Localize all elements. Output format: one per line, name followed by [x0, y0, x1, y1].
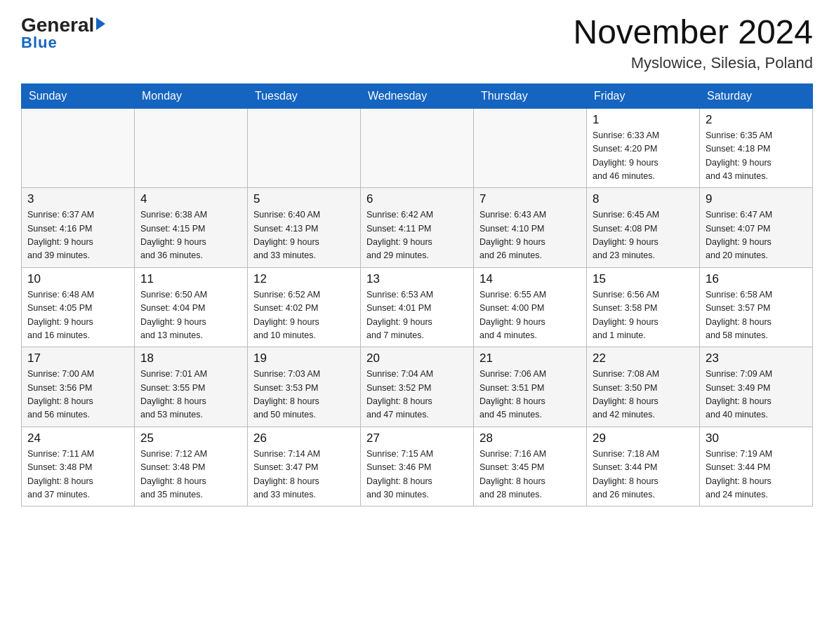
- day-info: Sunrise: 6:40 AM Sunset: 4:13 PM Dayligh…: [253, 208, 355, 263]
- day-number: 2: [706, 113, 807, 127]
- day-number: 22: [593, 351, 694, 365]
- calendar-cell: 22Sunrise: 7:08 AM Sunset: 3:50 PM Dayli…: [587, 347, 700, 427]
- title-area: November 2024 Myslowice, Silesia, Poland: [573, 14, 813, 72]
- day-info: Sunrise: 7:08 AM Sunset: 3:50 PM Dayligh…: [593, 368, 694, 422]
- calendar-cell: 4Sunrise: 6:38 AM Sunset: 4:15 PM Daylig…: [135, 188, 248, 268]
- day-info: Sunrise: 6:50 AM Sunset: 4:04 PM Dayligh…: [140, 288, 241, 343]
- calendar-cell: [135, 108, 248, 188]
- day-number: 12: [253, 272, 355, 286]
- calendar-cell: 18Sunrise: 7:01 AM Sunset: 3:55 PM Dayli…: [135, 347, 248, 427]
- header-day-tuesday: Tuesday: [248, 83, 361, 108]
- day-info: Sunrise: 7:06 AM Sunset: 3:51 PM Dayligh…: [479, 368, 581, 422]
- week-row-1: 1Sunrise: 6:33 AM Sunset: 4:20 PM Daylig…: [22, 108, 813, 188]
- day-info: Sunrise: 6:47 AM Sunset: 4:07 PM Dayligh…: [706, 208, 807, 263]
- calendar-subtitle: Myslowice, Silesia, Poland: [573, 54, 813, 72]
- day-info: Sunrise: 7:16 AM Sunset: 3:45 PM Dayligh…: [479, 448, 581, 502]
- day-number: 14: [479, 272, 581, 286]
- calendar-cell: 20Sunrise: 7:04 AM Sunset: 3:52 PM Dayli…: [361, 347, 474, 427]
- day-info: Sunrise: 6:56 AM Sunset: 3:58 PM Dayligh…: [593, 288, 694, 343]
- day-number: 24: [27, 431, 128, 445]
- day-number: 19: [253, 351, 355, 365]
- day-info: Sunrise: 7:18 AM Sunset: 3:44 PM Dayligh…: [593, 448, 694, 502]
- calendar-cell: 26Sunrise: 7:14 AM Sunset: 3:47 PM Dayli…: [248, 427, 361, 507]
- day-number: 13: [366, 272, 468, 286]
- day-info: Sunrise: 7:19 AM Sunset: 3:44 PM Dayligh…: [706, 448, 807, 502]
- day-info: Sunrise: 7:12 AM Sunset: 3:48 PM Dayligh…: [140, 448, 241, 502]
- calendar-header-row: SundayMondayTuesdayWednesdayThursdayFrid…: [22, 83, 813, 108]
- header-day-thursday: Thursday: [474, 83, 587, 108]
- day-info: Sunrise: 7:15 AM Sunset: 3:46 PM Dayligh…: [366, 448, 468, 502]
- day-number: 15: [593, 272, 694, 286]
- day-info: Sunrise: 6:43 AM Sunset: 4:10 PM Dayligh…: [479, 208, 581, 263]
- day-number: 25: [140, 431, 241, 445]
- logo-blue-text: Blue: [21, 34, 58, 52]
- day-number: 3: [27, 192, 128, 206]
- header-day-sunday: Sunday: [22, 83, 135, 108]
- day-number: 17: [27, 351, 128, 365]
- calendar-cell: 5Sunrise: 6:40 AM Sunset: 4:13 PM Daylig…: [248, 188, 361, 268]
- calendar-cell: 29Sunrise: 7:18 AM Sunset: 3:44 PM Dayli…: [587, 427, 700, 507]
- logo-triangle-icon: [96, 18, 105, 30]
- header-day-friday: Friday: [587, 83, 700, 108]
- calendar-cell: 15Sunrise: 6:56 AM Sunset: 3:58 PM Dayli…: [587, 267, 700, 347]
- day-info: Sunrise: 7:03 AM Sunset: 3:53 PM Dayligh…: [253, 368, 355, 422]
- calendar-cell: 23Sunrise: 7:09 AM Sunset: 3:49 PM Dayli…: [700, 347, 813, 427]
- day-info: Sunrise: 7:14 AM Sunset: 3:47 PM Dayligh…: [253, 448, 355, 502]
- calendar-cell: 6Sunrise: 6:42 AM Sunset: 4:11 PM Daylig…: [361, 188, 474, 268]
- day-info: Sunrise: 7:00 AM Sunset: 3:56 PM Dayligh…: [27, 368, 128, 422]
- calendar-cell: 2Sunrise: 6:35 AM Sunset: 4:18 PM Daylig…: [700, 108, 813, 188]
- calendar-cell: [474, 108, 587, 188]
- day-number: 26: [253, 431, 355, 445]
- calendar-cell: 24Sunrise: 7:11 AM Sunset: 3:48 PM Dayli…: [22, 427, 135, 507]
- calendar-cell: 30Sunrise: 7:19 AM Sunset: 3:44 PM Dayli…: [700, 427, 813, 507]
- calendar-cell: [361, 108, 474, 188]
- day-number: 23: [706, 351, 807, 365]
- calendar-cell: 11Sunrise: 6:50 AM Sunset: 4:04 PM Dayli…: [135, 267, 248, 347]
- day-info: Sunrise: 6:37 AM Sunset: 4:16 PM Dayligh…: [27, 208, 128, 263]
- calendar-cell: 8Sunrise: 6:45 AM Sunset: 4:08 PM Daylig…: [587, 188, 700, 268]
- day-info: Sunrise: 7:11 AM Sunset: 3:48 PM Dayligh…: [27, 448, 128, 502]
- calendar-cell: 21Sunrise: 7:06 AM Sunset: 3:51 PM Dayli…: [474, 347, 587, 427]
- day-number: 20: [366, 351, 468, 365]
- day-number: 29: [593, 431, 694, 445]
- day-number: 16: [706, 272, 807, 286]
- header-day-saturday: Saturday: [700, 83, 813, 108]
- day-number: 27: [366, 431, 468, 445]
- day-info: Sunrise: 7:01 AM Sunset: 3:55 PM Dayligh…: [140, 368, 241, 422]
- header-day-wednesday: Wednesday: [361, 83, 474, 108]
- header: General Blue November 2024 Myslowice, Si…: [21, 14, 813, 72]
- day-number: 11: [140, 272, 241, 286]
- calendar-title: November 2024: [573, 14, 813, 51]
- week-row-3: 10Sunrise: 6:48 AM Sunset: 4:05 PM Dayli…: [22, 267, 813, 347]
- day-info: Sunrise: 6:45 AM Sunset: 4:08 PM Dayligh…: [593, 208, 694, 263]
- calendar-table: SundayMondayTuesdayWednesdayThursdayFrid…: [21, 83, 813, 507]
- day-info: Sunrise: 6:55 AM Sunset: 4:00 PM Dayligh…: [479, 288, 581, 343]
- calendar-cell: 14Sunrise: 6:55 AM Sunset: 4:00 PM Dayli…: [474, 267, 587, 347]
- calendar-cell: 7Sunrise: 6:43 AM Sunset: 4:10 PM Daylig…: [474, 188, 587, 268]
- header-day-monday: Monday: [135, 83, 248, 108]
- day-number: 18: [140, 351, 241, 365]
- logo: General Blue: [21, 14, 105, 52]
- calendar-cell: [22, 108, 135, 188]
- day-info: Sunrise: 6:42 AM Sunset: 4:11 PM Dayligh…: [366, 208, 468, 263]
- day-number: 6: [366, 192, 468, 206]
- day-number: 5: [253, 192, 355, 206]
- day-info: Sunrise: 6:53 AM Sunset: 4:01 PM Dayligh…: [366, 288, 468, 343]
- calendar-cell: 25Sunrise: 7:12 AM Sunset: 3:48 PM Dayli…: [135, 427, 248, 507]
- day-number: 30: [706, 431, 807, 445]
- calendar-cell: 17Sunrise: 7:00 AM Sunset: 3:56 PM Dayli…: [22, 347, 135, 427]
- calendar-cell: 27Sunrise: 7:15 AM Sunset: 3:46 PM Dayli…: [361, 427, 474, 507]
- day-number: 9: [706, 192, 807, 206]
- calendar-cell: 3Sunrise: 6:37 AM Sunset: 4:16 PM Daylig…: [22, 188, 135, 268]
- day-number: 8: [593, 192, 694, 206]
- week-row-4: 17Sunrise: 7:00 AM Sunset: 3:56 PM Dayli…: [22, 347, 813, 427]
- calendar-cell: 10Sunrise: 6:48 AM Sunset: 4:05 PM Dayli…: [22, 267, 135, 347]
- day-number: 28: [479, 431, 581, 445]
- week-row-5: 24Sunrise: 7:11 AM Sunset: 3:48 PM Dayli…: [22, 427, 813, 507]
- day-info: Sunrise: 7:09 AM Sunset: 3:49 PM Dayligh…: [706, 368, 807, 422]
- day-info: Sunrise: 6:35 AM Sunset: 4:18 PM Dayligh…: [706, 129, 807, 184]
- calendar-cell: 9Sunrise: 6:47 AM Sunset: 4:07 PM Daylig…: [700, 188, 813, 268]
- day-number: 10: [27, 272, 128, 286]
- calendar-cell: 28Sunrise: 7:16 AM Sunset: 3:45 PM Dayli…: [474, 427, 587, 507]
- calendar-cell: 13Sunrise: 6:53 AM Sunset: 4:01 PM Dayli…: [361, 267, 474, 347]
